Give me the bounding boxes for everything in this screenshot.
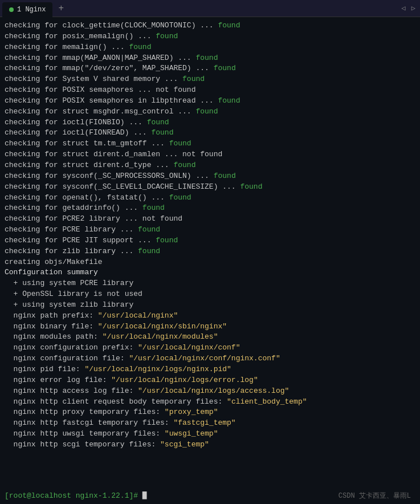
terminal-line: nginx http proxy temporary files: "proxy… [5, 407, 415, 418]
terminal-line: checking for posix_memalign() ... found [5, 31, 415, 42]
terminal-line: Configuration summary [5, 267, 415, 278]
terminal-line: checking for PCRE JIT support ... found [5, 235, 415, 246]
terminal-line: checking for PCRE library ... found [5, 225, 415, 235]
terminal-line: creating objs/Makefile [5, 257, 415, 268]
terminal-line: checking for mmap(MAP_ANON|MAP_SHARED) .… [5, 53, 415, 64]
terminal-line: nginx configuration file: "/usr/local/ng… [5, 353, 415, 364]
add-tab-button[interactable]: + [55, 2, 67, 15]
terminal-line: checking for struct dirent.d_namlen ... … [5, 149, 415, 160]
terminal-line: + using system PCRE library [5, 278, 415, 289]
terminal-prompt[interactable]: [root@localhost nginx-1.22.1]# █ [5, 491, 147, 500]
terminal-line: nginx configuration prefix: "/usr/local/… [5, 343, 415, 353]
terminal-line: nginx binary file: "/usr/local/nginx/sbi… [5, 322, 415, 332]
terminal-line: checking for sysconf(_SC_LEVEL1_DCACHE_L… [5, 182, 415, 193]
tab-nav-prev[interactable]: ◁ [399, 3, 408, 14]
tab-label: 1 Nginx [17, 6, 46, 14]
terminal-line: nginx http access log file: "/usr/local/… [5, 386, 415, 397]
terminal-line: + using system zlib library [5, 300, 415, 311]
terminal-line: checking for sysconf(_SC_NPROCESSORS_ONL… [5, 171, 415, 182]
terminal-line: nginx http client request body temporary… [5, 397, 415, 408]
terminal-line: checking for getaddrinfo() ... found [5, 203, 415, 214]
terminal-line: nginx http uwsgi temporary files: "uwsgi… [5, 429, 415, 440]
terminal-line: nginx modules path: "/usr/local/nginx/mo… [5, 332, 415, 343]
tab-navigation: ◁ ▷ [399, 3, 418, 14]
terminal-line: checking for mmap("/dev/zero", MAP_SHARE… [5, 63, 415, 74]
terminal-line: + OpenSSL library is not used [5, 289, 415, 300]
terminal-line: checking for struct tm.tm_gmtoff ... fou… [5, 139, 415, 149]
terminal-line: nginx pid file: "/usr/local/nginx/logs/n… [5, 364, 415, 375]
terminal-line: nginx path prefix: "/usr/local/nginx" [5, 311, 415, 322]
watermark-text: CSDN 艾卡西亚、暴雨L [334, 490, 415, 502]
terminal-output: checking for clock_gettime(CLOCK_MONOTON… [0, 17, 420, 489]
terminal-line: checking for POSIX semaphores ... not fo… [5, 85, 415, 96]
terminal-line: checking for openat(), fstatat() ... fou… [5, 193, 415, 204]
terminal-line: nginx http scgi temporary files: "scgi_t… [5, 440, 415, 450]
terminal-window: 1 Nginx + ◁ ▷ checking for clock_gettime… [0, 0, 420, 504]
terminal-line: checking for ioctl(FIONBIO) ... found [5, 117, 415, 128]
terminal-line: checking for System V shared memory ... … [5, 74, 415, 85]
terminal-line: checking for memalign() ... found [5, 42, 415, 53]
bottom-bar: [root@localhost nginx-1.22.1]# █ CSDN 艾卡… [0, 489, 420, 504]
tab-nginx[interactable]: 1 Nginx [2, 2, 52, 17]
terminal-line: checking for POSIX semaphores in libpthr… [5, 96, 415, 107]
tab-bar: 1 Nginx + ◁ ▷ [0, 0, 420, 17]
terminal-line: checking for struct msghdr.msg_control .… [5, 107, 415, 117]
terminal-line: checking for PCRE2 library ... not found [5, 214, 415, 225]
tab-status-dot [9, 7, 14, 12]
terminal-line: checking for zlib library ... found [5, 246, 415, 257]
terminal-line: nginx http fastcgi temporary files: "fas… [5, 418, 415, 429]
terminal-line: nginx error log file: "/usr/local/nginx/… [5, 375, 415, 386]
terminal-line: checking for struct dirent.d_type ... fo… [5, 160, 415, 171]
terminal-line: checking for ioctl(FIONREAD) ... found [5, 128, 415, 139]
tab-nav-next[interactable]: ▷ [409, 3, 418, 14]
terminal-line: checking for clock_gettime(CLOCK_MONOTON… [5, 21, 415, 31]
